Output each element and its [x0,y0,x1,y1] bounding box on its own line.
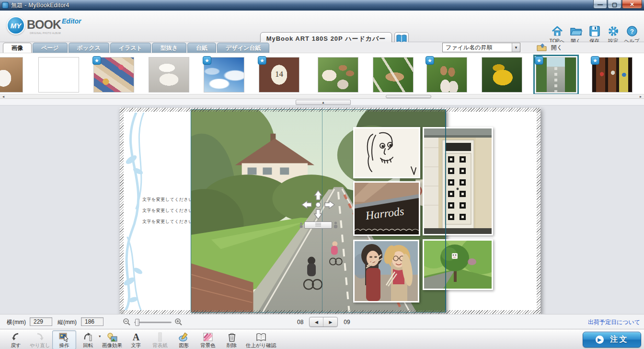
order-arrow-icon: ▶ [596,336,604,344]
move-photo-control[interactable] [301,189,335,220]
next-page-button[interactable]: ▶ [323,317,337,326]
text-placeholder-line[interactable]: 文字を変更してください [142,208,195,214]
scroll-right-arrow[interactable]: ▸ [638,94,643,99]
tab-4[interactable]: 型抜き [152,43,186,53]
title-bar[interactable]: 無題 - MyBookEditor4 — ▢ ✕ [0,0,644,11]
thumbnail-mug-partial[interactable] [0,57,23,93]
page-navigation: 08 ◀ ▶ 09 [297,317,350,327]
photo-shoes-and-picnic [318,57,358,93]
previous-page-button[interactable]: ◀ [310,317,323,326]
toolbar-label: 戻す [11,342,21,349]
operate-icon [59,332,69,342]
header-nav-open-folder[interactable]: 開く [566,25,585,45]
book-spread[interactable]: 文字を変更してください 文字を変更してください 文字を変更してください [120,108,540,314]
scale-slider-grip[interactable] [315,223,321,227]
photo-face-sketch[interactable] [353,127,420,178]
small-person-icon [299,222,303,228]
tab-6[interactable]: デザイン台紙 [217,43,269,53]
photo-harrods-sign[interactable]: Harrods [353,181,420,236]
thumbnail-country-road[interactable]: ★ [536,57,576,93]
header: MY BOOK Editor ORIGINAL PHOTO ALBUM MyBo… [0,11,644,42]
minimize-button[interactable]: — [593,0,607,9]
width-input[interactable]: 229 [30,317,52,326]
svg-text:A: A [133,332,140,342]
scroll-left-arrow[interactable]: ◂ [1,94,6,99]
header-nav-help[interactable]: ?ヘルプ [622,25,641,45]
toolbar-undo-button[interactable]: 戻す [4,330,28,349]
thumbnail-sandal-on-grass[interactable] [373,57,414,93]
height-label: 縦(mm) [58,318,77,326]
open-book-icon [396,35,407,43]
thumbnail-shoes-on-grass[interactable]: ★ [426,57,467,93]
thumbnail-strip: ★★14★★★★ [0,53,644,94]
toolbar-bg-color-button[interactable]: 背景色 [196,330,220,349]
shipping-date-link[interactable]: 出荷予定日について [588,318,640,326]
header-nav-home[interactable]: TOPへ [548,25,566,45]
text-placeholders[interactable]: 文字を変更してください 文字を変更してください 文字を変更してください [142,197,195,230]
scale-slider-track[interactable] [304,221,332,229]
mybook-logo: MY BOOK Editor ORIGINAL PHOTO ALBUM [7,16,81,35]
order-button[interactable]: ▶ 注文 [583,332,641,348]
tab-label: ページ [41,44,59,52]
zoom-slider-track[interactable] [134,322,172,323]
editing-canvas[interactable]: 文字を変更してください 文字を変更してください 文字を変更してください [0,105,644,314]
star-badge: ★ [203,56,211,65]
scrollbar-thumb[interactable] [386,95,431,98]
undo-icon [11,332,21,342]
thumbnail-house-number-14[interactable]: 14★ [259,57,299,93]
toolbar-shape-button[interactable]: 図形 [172,330,196,349]
toolbar-delete-button[interactable]: 削除 [220,330,244,349]
zoom-out-icon[interactable] [123,318,131,326]
height-input[interactable]: 186 [81,317,104,326]
header-nav-settings[interactable]: 設定 [604,25,622,45]
thumbnail-bottles[interactable]: ★ [592,57,632,93]
status-bar: 横(mm) 229 縦(mm) 186 08 ◀ ▶ [0,314,644,329]
thumbnail-shoes-and-picnic[interactable] [318,57,358,93]
thumbnail-cake-and-mug[interactable] [38,57,79,93]
toolbar-preview-button[interactable]: 仕上がり確認 [244,330,278,349]
text-placeholder-line[interactable]: 文字を変更してください [142,219,195,225]
text-placeholder-line[interactable]: 文字を変更してください [142,197,195,203]
tab-5[interactable]: 台紙 [187,43,216,53]
toolbar-operate-button[interactable]: 操作 [52,330,76,349]
toolbar-image-effect-button[interactable]: 画像効果 [100,330,124,349]
toolbar-text-button[interactable]: A文字 [124,330,148,349]
tab-3[interactable]: イラスト [110,43,151,53]
maximize-button[interactable]: ▢ [608,0,621,9]
thumbnail-sky-clouds[interactable]: ★ [204,57,244,93]
tab-bar: 画像ページボックスイラスト型抜き台紙デザイン台紙 ファイル名の昇順 ▼ 開く [0,42,644,53]
settings-icon [607,25,620,37]
toolbar-rotate-button[interactable]: 回転▼ [76,330,100,349]
tab-label: ボックス [77,44,101,52]
tab-2[interactable]: ボックス [69,43,109,53]
thumbnail-white-box[interactable] [149,57,189,93]
open-images-button[interactable]: 開く [537,42,563,53]
app-icon [2,2,9,9]
sort-order-value: ファイル名の昇順 [443,44,512,52]
collapse-strip-button[interactable]: ▲ [296,100,351,105]
svg-text:?: ? [630,28,634,35]
tab-1[interactable]: ページ [33,43,68,53]
sort-order-dropdown[interactable]: ファイル名の昇順 ▼ [442,43,520,52]
photo-park-tree[interactable] [423,239,493,290]
zoom-slider-thumb[interactable] [135,319,139,326]
toolbar-label: 操作 [59,342,69,349]
photo-mug-partial [0,57,23,93]
photo-scale-slider[interactable] [299,221,338,229]
window-title: 無題 - MyBookEditor4 [11,1,69,10]
tab-0[interactable]: 画像 [3,43,32,53]
thumbnail-craft-supplies[interactable]: ★ [93,57,134,93]
toolbar-label: 背景色 [200,342,216,349]
zoom-in-icon[interactable] [174,318,183,326]
mybookeditor-window: 無題 - MyBookEditor4 — ▢ ✕ MY BOOK Editor … [0,0,644,349]
park-tree-image [424,241,492,289]
close-button[interactable]: ✕ [622,0,642,9]
strip-scrollbar[interactable]: ◂ ▸ [0,94,644,99]
toolbar-label: 回転 [83,342,93,349]
photo-girls-chopsticks[interactable] [353,240,419,302]
photo-decorated-door[interactable] [423,127,493,235]
decorated-door-image [424,128,492,234]
header-nav-save[interactable]: 保存 [585,25,604,45]
home-icon [551,25,564,37]
thumbnail-yellow-bag[interactable] [482,57,522,93]
